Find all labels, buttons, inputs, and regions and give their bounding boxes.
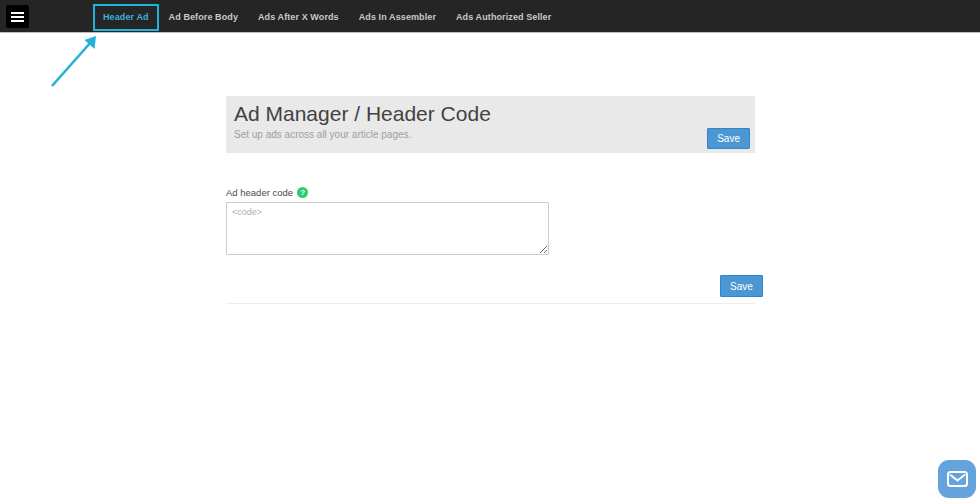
ad-header-code-label: Ad header code bbox=[226, 187, 293, 198]
chat-launcher-button[interactable] bbox=[938, 460, 976, 498]
arrow-up-right-icon bbox=[44, 30, 106, 92]
tab-ads-after-x-words[interactable]: Ads After X Words bbox=[248, 4, 349, 31]
tab-ads-authorized-seller[interactable]: Ads Authorized Seller bbox=[446, 4, 561, 31]
question-mark-icon[interactable]: ? bbox=[297, 187, 308, 198]
ad-header-code-label-row: Ad header code ? bbox=[226, 186, 308, 198]
section-divider bbox=[226, 303, 755, 304]
save-button-bottom[interactable]: Save bbox=[720, 275, 763, 297]
tab-header-ad[interactable]: Header Ad bbox=[93, 4, 159, 31]
top-navigation-bar: Header Ad Ad Before Body Ads After X Wor… bbox=[0, 0, 980, 33]
ad-header-code-textarea[interactable] bbox=[226, 202, 549, 255]
save-button-top[interactable]: Save bbox=[707, 128, 750, 149]
tab-ad-before-body[interactable]: Ad Before Body bbox=[159, 4, 248, 31]
page-header-block: Ad Manager / Header Code Set up ads acro… bbox=[226, 96, 755, 153]
page-subtitle: Set up ads across all your article pages… bbox=[234, 129, 747, 140]
app-screen: Header Ad Ad Before Body Ads After X Wor… bbox=[0, 0, 980, 503]
envelope-icon bbox=[947, 471, 968, 487]
ad-settings-tabs: Header Ad Ad Before Body Ads After X Wor… bbox=[93, 0, 561, 33]
hamburger-menu-button[interactable] bbox=[6, 5, 29, 28]
page-title: Ad Manager / Header Code bbox=[234, 101, 747, 127]
tab-ads-in-assembler[interactable]: Ads In Assembler bbox=[349, 4, 446, 31]
